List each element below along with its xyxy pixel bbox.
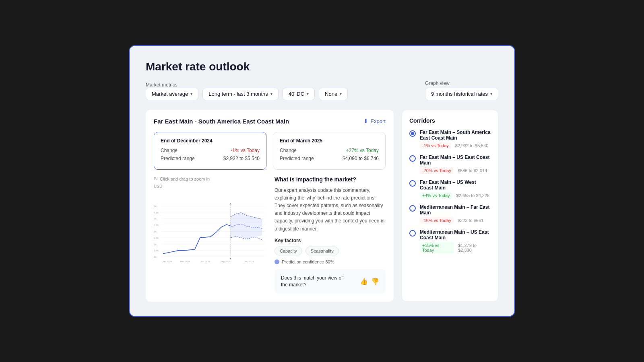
main-content: Far East Main - South America East Coast… [146, 110, 498, 302]
chevron-down-icon: ▾ [307, 92, 309, 96]
corridor-change: -1% vs Today [420, 142, 451, 149]
corridor-item[interactable]: Far East Main – US West Coast Main +4% v… [409, 179, 491, 199]
chart-wrap: USD 5K [154, 184, 265, 281]
chart-container: ↻ Click and drag to zoom in USD [154, 176, 265, 294]
thumbs-down-button[interactable]: 👎 [371, 278, 379, 285]
feedback-card: Does this match your view of the market?… [275, 269, 386, 294]
corridor-info: Far East Main – US West Coast Main +4% v… [420, 179, 491, 199]
historical-select[interactable]: 9 months historical rates ▾ [425, 88, 498, 100]
chart-hint: ↻ Click and drag to zoom in [154, 176, 265, 182]
export-icon: ⬇ [363, 118, 368, 124]
svg-text:4K: 4K [154, 218, 157, 220]
corridor-name: Mediterranean Main – Far East Main [420, 204, 491, 216]
market-metrics-label: Market metrics [146, 82, 348, 88]
svg-text:Mar 2024: Mar 2024 [180, 260, 191, 262]
market-average-select[interactable]: Market average ▾ [146, 88, 198, 100]
metric-card-1: End of December 2024 Change -1% vs Today… [154, 132, 266, 170]
corridor-radio [409, 180, 416, 187]
chevron-down-icon: ▾ [340, 92, 342, 96]
corridor-change: -16% vs Today [420, 217, 454, 224]
metrics-row: End of December 2024 Change -1% vs Today… [154, 132, 386, 170]
metric1-change-row: Change -1% vs Today [161, 148, 260, 153]
feedback-buttons: 👍 👎 [360, 278, 379, 285]
chevron-down-icon: ▾ [190, 92, 192, 96]
metric1-range-row: Predicted range $2,932 to $5,540 [161, 156, 260, 161]
corridor-name: Mediterranean Main – US East Coast Main [420, 229, 491, 241]
corridor-info: Far East Main – US East Coast Main -70% … [420, 154, 491, 174]
app-container: Market rate outlook Market metrics Marke… [129, 45, 515, 317]
confidence-row: Prediction confidence 80% [275, 259, 386, 264]
corridor-range: $686 to $2,014 [458, 168, 487, 173]
market-info-title: What is impacting the market? [275, 176, 386, 183]
capacity-tag: Capacity [275, 247, 302, 255]
svg-text:1.5K: 1.5K [154, 249, 159, 252]
corridor-stats: -1% vs Today $2,932 to $5,540 [420, 142, 491, 149]
chevron-down-icon: ▾ [490, 92, 492, 96]
card-header: Far East Main - South America East Coast… [154, 118, 386, 125]
corridor-radio [409, 130, 416, 137]
seasonality-tag: Seasonality [305, 247, 339, 255]
container-select[interactable]: 40' DC ▾ [283, 88, 315, 100]
metric2-range-val: $4,090 to $6,746 [343, 156, 379, 161]
svg-text:Sep 2024: Sep 2024 [221, 260, 231, 262]
feedback-text: Does this match your view of the market? [281, 275, 345, 288]
corridor-item[interactable]: Mediterranean Main – Far East Main -16% … [409, 204, 491, 224]
corridors-panel: Corridors Far East Main – South America … [402, 110, 498, 302]
corridor-item[interactable]: Far East Main – South America East Coast… [409, 130, 491, 149]
thumbs-up-button[interactable]: 👍 [360, 278, 368, 285]
corridor-name: Far East Main – US East Coast Main [420, 154, 491, 166]
corridors-title: Corridors [409, 117, 491, 124]
corridor-stats: -16% vs Today $323 to $661 [420, 217, 491, 224]
svg-marker-20 [229, 258, 231, 259]
none-select[interactable]: None ▾ [319, 88, 348, 100]
svg-text:Jun 2024: Jun 2024 [200, 260, 211, 262]
export-button[interactable]: ⬇ Export [363, 118, 386, 124]
market-info-body: Our expert analysts update this commenta… [275, 187, 386, 233]
confidence-icon [275, 259, 279, 264]
main-card: Far East Main - South America East Coast… [146, 110, 394, 302]
corridor-range: $1,279 to $2,380 [458, 243, 491, 253]
info-and-chart: ↻ Click and drag to zoom in USD [154, 176, 386, 294]
svg-text:2.5K: 2.5K [154, 237, 159, 239]
corridor-range: $2,655 to $4,228 [456, 193, 490, 198]
chevron-down-icon: ▾ [270, 92, 272, 96]
filter-buttons: Market average ▾ Long term - last 3 mont… [146, 88, 348, 100]
filters-left: Market metrics Market average ▾ Long ter… [146, 82, 348, 100]
confidence-text: Prediction confidence 80% [282, 259, 334, 264]
corridor-range: $323 to $661 [458, 218, 483, 223]
y-unit: USD [154, 184, 162, 189]
svg-text:5K: 5K [154, 205, 157, 208]
svg-text:3K: 3K [154, 230, 157, 233]
svg-text:2K: 2K [154, 243, 157, 245]
metric1-period: End of December 2024 [161, 138, 260, 144]
corridor-change: -70% vs Today [420, 167, 454, 174]
corridor-name: Far East Main – South America East Coast… [420, 130, 491, 141]
corridor-name: Far East Main – US West Coast Main [420, 179, 491, 191]
corridor-item[interactable]: Mediterranean Main – US East Coast Main … [409, 229, 491, 253]
svg-text:Jan 2024: Jan 2024 [162, 260, 172, 262]
zoom-icon: ↻ [154, 176, 158, 182]
corridor-radio [409, 205, 416, 212]
metric2-change-val: +27% vs Today [346, 148, 379, 153]
corridor-change: +4% vs Today [420, 192, 452, 199]
svg-text:4.5K: 4.5K [154, 211, 159, 214]
filters-row: Market metrics Market average ▾ Long ter… [146, 80, 498, 100]
corridors-list: Far East Main – South America East Coast… [409, 130, 491, 253]
svg-text:3.5K: 3.5K [154, 224, 159, 226]
svg-marker-19 [229, 203, 231, 204]
corridor-change: +15% vs Today [420, 242, 454, 253]
corridor-item[interactable]: Far East Main – US East Coast Main -70% … [409, 154, 491, 174]
corridor-range: $2,932 to $5,540 [455, 143, 489, 148]
corridor-stats: +15% vs Today $1,279 to $2,380 [420, 242, 491, 253]
metric2-change-row: Change +27% vs Today [280, 148, 379, 153]
corridor-stats: -70% vs Today $686 to $2,014 [420, 167, 491, 174]
svg-text:1K: 1K [154, 256, 157, 258]
corridor-info: Mediterranean Main – US East Coast Main … [420, 229, 491, 253]
metric-card-2: End of March 2025 Change +27% vs Today P… [273, 132, 386, 170]
graph-view-label: Graph view [425, 80, 498, 86]
long-term-select[interactable]: Long term - last 3 months ▾ [202, 88, 278, 100]
metric2-period: End of March 2025 [280, 138, 379, 144]
market-info-panel: What is impacting the market? Our expert… [273, 176, 386, 294]
corridor-radio [409, 230, 416, 237]
svg-marker-21 [231, 212, 262, 239]
